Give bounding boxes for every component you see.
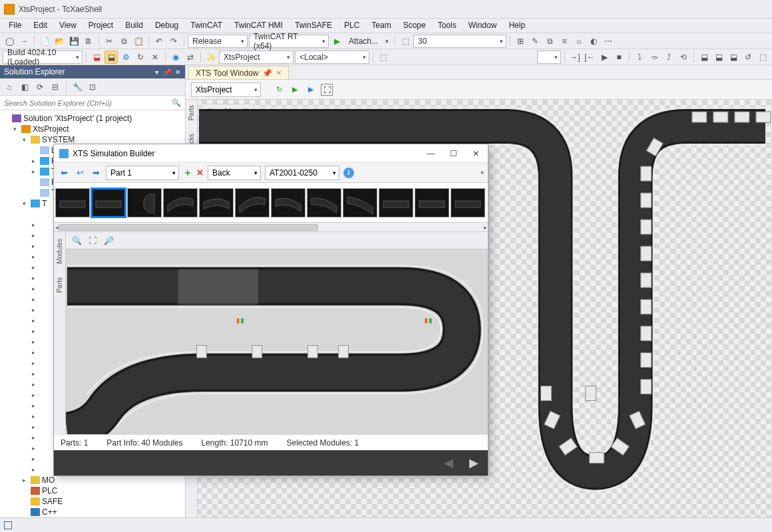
- pin-icon[interactable]: 📌: [262, 68, 272, 78]
- sim-zoom-in-icon[interactable]: 🔍: [70, 234, 83, 247]
- menu-team[interactable]: Team: [365, 19, 397, 33]
- panel-tb-icon-3[interactable]: ⟳: [33, 80, 47, 94]
- module-thumb[interactable]: [163, 188, 198, 217]
- bp-icon-5[interactable]: ⬚: [756, 51, 769, 64]
- tc-icon-2[interactable]: ✎: [528, 35, 542, 48]
- menu-build[interactable]: Build: [119, 19, 149, 33]
- tc-icon-7[interactable]: ⋯: [602, 35, 615, 48]
- numeric-dropdown[interactable]: 30: [413, 35, 506, 48]
- menu-scope[interactable]: Scope: [397, 19, 432, 33]
- module-strip-scrollbar[interactable]: ◂▸: [54, 223, 488, 232]
- module-thumb[interactable]: [307, 188, 341, 217]
- expand-icon[interactable]: ⛶: [321, 84, 333, 96]
- stop-plc-icon[interactable]: ■: [612, 51, 626, 64]
- nav-next-icon[interactable]: ➡: [90, 167, 102, 179]
- logout-icon[interactable]: [←: [583, 51, 596, 64]
- tab-xts-tool-window[interactable]: XTS Tool Window 📌 ✕: [188, 66, 289, 79]
- panel-close-icon[interactable]: ✕: [173, 67, 182, 76]
- play-icon[interactable]: ▶: [289, 84, 301, 96]
- home-icon[interactable]: ⌂: [3, 80, 16, 94]
- nav-undo-icon[interactable]: ↩: [74, 167, 86, 179]
- minimize-button[interactable]: ―: [424, 149, 437, 158]
- module-thumb[interactable]: [55, 188, 90, 217]
- add-button[interactable]: ＋: [183, 167, 192, 179]
- maximize-button[interactable]: ☐: [447, 149, 460, 158]
- play-alt-icon[interactable]: ▶: [305, 84, 317, 96]
- tc-activate-icon[interactable]: ⬓: [90, 51, 103, 64]
- sim-zoom-fit-icon[interactable]: ⛶: [86, 234, 99, 247]
- extra-icon-1[interactable]: ⬚: [399, 35, 412, 48]
- login-icon[interactable]: →]: [568, 51, 582, 64]
- config-dropdown[interactable]: Release: [188, 35, 248, 48]
- attach-dropdown[interactable]: Attach...: [345, 35, 391, 48]
- tc-icon-4[interactable]: ≡: [558, 35, 571, 48]
- module-thumb[interactable]: [271, 188, 305, 217]
- tree-node[interactable]: PLC: [0, 485, 185, 496]
- sim-sidetab-parts[interactable]: Parts: [56, 275, 63, 295]
- bp-icon-4[interactable]: ↺: [741, 51, 755, 64]
- open-icon[interactable]: 📂: [53, 35, 66, 48]
- tree-node[interactable]: ▾XtsProject: [0, 124, 185, 134]
- delete-button[interactable]: ✕: [196, 168, 204, 178]
- refresh-icon[interactable]: ↻: [273, 84, 285, 96]
- module-thumb[interactable]: [343, 188, 377, 217]
- collapse-icon[interactable]: ⊟: [49, 80, 62, 94]
- copy-icon[interactable]: ⧉: [117, 35, 130, 48]
- new-icon[interactable]: 📄: [38, 35, 51, 48]
- sim-canvas[interactable]: [66, 249, 488, 434]
- menu-view[interactable]: View: [53, 19, 83, 33]
- tc-icon-5[interactable]: ☼: [572, 35, 586, 48]
- nav-fwd-icon[interactable]: →: [17, 35, 31, 48]
- local-dropdown[interactable]: <Local>: [295, 51, 369, 64]
- menu-debug[interactable]: Debug: [149, 19, 184, 33]
- module-thumb[interactable]: [235, 188, 270, 217]
- menu-window[interactable]: Window: [463, 19, 503, 33]
- bp-icon-2[interactable]: ⬓: [712, 51, 725, 64]
- bp-icon-3[interactable]: ⬓: [727, 51, 740, 64]
- step-over-icon[interactable]: ⤼: [648, 51, 661, 64]
- panel-tb-icon-2[interactable]: ◧: [18, 80, 31, 94]
- search-input[interactable]: [0, 98, 168, 108]
- sim-sidetab-modules[interactable]: Modules: [56, 236, 63, 267]
- tc-icon-3[interactable]: ⧉: [543, 35, 556, 48]
- wand-icon[interactable]: ✨: [204, 51, 218, 64]
- module-thumb[interactable]: [451, 188, 485, 217]
- close-icon[interactable]: ✕: [276, 69, 282, 76]
- cut-icon[interactable]: ✂: [102, 35, 116, 48]
- bp-icon-1[interactable]: ⬓: [697, 51, 711, 64]
- menu-help[interactable]: Help: [502, 19, 531, 33]
- sim-builder-titlebar[interactable]: XTS Simulation Builder ― ☐ ✕: [54, 144, 488, 163]
- tc-scan-icon[interactable]: ◉: [169, 51, 182, 64]
- side-dropdown[interactable]: Back: [208, 166, 261, 180]
- build-dropdown[interactable]: Build 4024.10 (Loaded): [3, 51, 83, 64]
- step-return-icon[interactable]: ⟲: [677, 51, 690, 64]
- paste-icon[interactable]: 📋: [132, 35, 145, 48]
- empty-dropdown[interactable]: [537, 51, 561, 64]
- tree-node[interactable]: ▸MO: [0, 475, 185, 485]
- module-dropdown[interactable]: AT2001-0250: [265, 166, 339, 180]
- module-thumb[interactable]: [415, 188, 449, 217]
- module-thumb[interactable]: [199, 188, 234, 217]
- menu-twincat-hmi[interactable]: TwinCAT HMI: [228, 19, 289, 33]
- panel-dropdown-icon[interactable]: ▾: [152, 67, 161, 76]
- step-into-icon[interactable]: ⤵: [633, 51, 646, 64]
- tc-reload-icon[interactable]: ↻: [134, 51, 147, 64]
- panel-pin-icon[interactable]: 📌: [162, 67, 172, 76]
- wizard-next-button[interactable]: ▶: [469, 456, 479, 470]
- menu-edit[interactable]: Edit: [27, 19, 53, 33]
- sim-builder-window[interactable]: XTS Simulation Builder ― ☐ ✕ ⬅ ↩ ➡ Part …: [53, 144, 488, 476]
- tc-toggle-icon[interactable]: ⇄: [184, 51, 197, 64]
- tc-restart-icon[interactable]: ⬓: [104, 51, 118, 64]
- start-plc-icon[interactable]: ▶: [598, 51, 611, 64]
- project-dropdown[interactable]: XtsProject: [219, 51, 293, 64]
- info-icon[interactable]: i: [343, 168, 354, 178]
- menu-twincat[interactable]: TwinCAT: [184, 19, 228, 33]
- tree-node[interactable]: Solution 'XtsProject' (1 project): [0, 113, 185, 124]
- properties-icon[interactable]: 🔧: [71, 80, 84, 94]
- tc-icon-1[interactable]: ⊞: [514, 35, 527, 48]
- tree-node[interactable]: SAFE: [0, 496, 185, 507]
- extra2-1[interactable]: ⬚: [377, 51, 390, 64]
- menu-file[interactable]: File: [3, 19, 27, 33]
- undo-icon[interactable]: ↶: [152, 35, 166, 48]
- module-thumb[interactable]: [91, 188, 126, 217]
